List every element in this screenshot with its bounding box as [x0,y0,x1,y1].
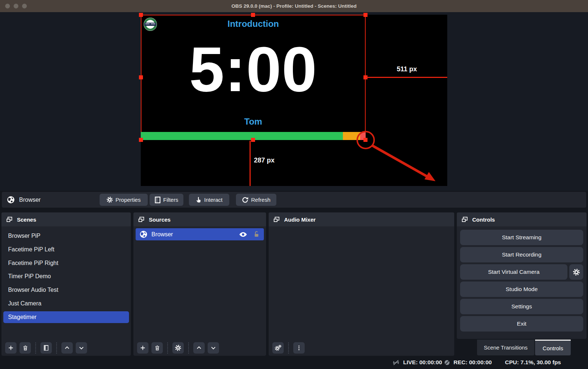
scene-list: Browser PiP Facetime PiP Left Facetime P… [1,226,131,323]
add-source-button[interactable] [137,342,148,354]
scene-item[interactable]: Timer PiP Demo [1,270,131,283]
controls-buttons: Start Streaming Start Recording Start Vi… [457,226,587,335]
source-name: Browser [151,231,173,238]
trash-icon [22,345,28,351]
resize-handle-bottom-center[interactable] [251,138,255,142]
resize-handle-top-left[interactable] [139,13,143,17]
interact-button[interactable]: Interact [189,194,229,206]
filters-button[interactable]: Filters [150,194,183,206]
toolbar-separator [288,343,289,354]
source-row-browser[interactable]: Browser [136,228,264,240]
dock-windows-icon [6,216,13,223]
width-dimension-label: 511 px [370,65,444,73]
tab-scene-transitions[interactable]: Scene Transitions [477,340,534,355]
move-scene-up-button[interactable] [61,342,73,354]
stream-inactive-icon [392,359,400,366]
height-dimension-label: 287 px [254,157,275,164]
sources-dock-header[interactable]: Sources [133,212,266,226]
resize-handle-top-right[interactable] [363,13,368,17]
unlock-icon[interactable] [253,231,260,238]
chevron-down-icon [210,345,216,351]
scenes-dock-header[interactable]: Scenes [1,212,131,226]
timer-speaker-name: Tom [141,117,366,127]
scene-item[interactable]: Browser PiP [1,229,131,243]
minimize-window-button[interactable] [14,4,18,8]
preview-area: Introduction 5:00 Tom 511 px 287 px [0,12,588,191]
refresh-button[interactable]: Refresh [236,194,276,206]
settings-button[interactable]: Settings [460,299,583,314]
gear-icon [107,197,113,203]
studio-mode-button[interactable]: Studio Mode [460,282,583,297]
start-recording-button[interactable]: Start Recording [460,247,583,262]
exit-button[interactable]: Exit [460,316,583,332]
cpu-fps-status: CPU: 7.1%, 30.00 fps [505,356,561,369]
move-source-down-button[interactable] [208,342,219,354]
audio-mixer-dock-header[interactable]: Audio Mixer [269,212,454,226]
mixer-menu-button[interactable] [293,342,305,354]
timer-countdown: 5:00 [141,37,366,101]
drag-direction-arrow [361,136,442,187]
start-virtual-camera-button[interactable]: Start Virtual Camera [460,264,567,280]
virtual-camera-settings-button[interactable] [569,264,583,280]
remove-scene-button[interactable] [19,342,31,354]
timer-session-title: Introduction [141,19,366,29]
scene-item[interactable]: Facetime PiP Right [1,257,131,270]
scene-item-selected[interactable]: Stagetimer [3,311,129,323]
resize-handle-top-center[interactable] [251,13,255,17]
dock-area: Scenes Browser PiP Facetime PiP Left Fac… [0,212,588,356]
filter-icon [155,197,161,203]
move-scene-down-button[interactable] [76,342,87,354]
zoom-window-button[interactable] [22,4,27,8]
sources-dock: Sources Browser [133,212,266,356]
visibility-eye-icon[interactable] [239,232,247,237]
scene-item[interactable]: Facetime PiP Left [1,243,131,257]
source-toolbar-bar: Browser Properties Filters Interact [2,192,586,208]
plus-icon [140,345,146,351]
scenes-dock: Scenes Browser PiP Facetime PiP Left Fac… [1,212,131,356]
progress-segment-green [141,132,343,140]
resize-handle-bottom-left[interactable] [139,138,143,142]
toolbar-separator [56,343,57,354]
plus-icon [8,345,14,351]
preview-canvas[interactable]: Introduction 5:00 Tom 511 px 287 px [141,15,447,186]
controls-dock: Controls Start Streaming Start Recording… [457,212,587,339]
close-window-button[interactable] [5,4,10,8]
scene-item[interactable]: Just Camera [1,297,131,311]
interact-hand-icon [196,197,201,203]
properties-button[interactable]: Properties [100,194,148,206]
mixer-settings-button[interactable] [272,342,284,354]
scene-item[interactable]: Browser Audio Test [1,283,131,297]
globe-icon [140,230,147,238]
scene-filters-button[interactable] [40,342,52,354]
start-streaming-button[interactable]: Start Streaming [460,230,583,245]
filter-icon [43,345,49,351]
kebab-menu-icon [296,345,302,351]
move-source-up-button[interactable] [193,342,205,354]
toolbar-separator [35,343,36,354]
height-dimension-line [250,141,251,186]
status-bar: LIVE: 00:00:00 REC: 00:00:00 CPU: 7.1%, … [0,356,588,369]
dock-windows-icon [461,216,468,223]
width-dimension-line [366,77,447,78]
tab-controls[interactable]: Controls [535,340,571,355]
dock-windows-icon [273,216,280,223]
remove-source-button[interactable] [151,342,163,354]
live-status: LIVE: 00:00:00 [392,356,442,369]
dock-windows-icon [138,216,145,223]
active-source-label: Browser [7,192,41,208]
source-properties-button[interactable] [172,342,184,354]
trash-icon [154,345,160,351]
chevron-down-icon [78,345,85,351]
refresh-icon [242,197,248,203]
chevron-up-icon [196,345,202,351]
source-toolbar: Browser Properties Filters Interact [0,191,588,209]
gear-icon [175,345,181,351]
add-scene-button[interactable] [5,342,17,354]
audio-mixer-dock: Audio Mixer [269,212,454,356]
resize-handle-middle-left[interactable] [139,75,143,79]
dock-tab-bar: Scene Transitions Controls [477,340,571,355]
controls-dock-header[interactable]: Controls [457,212,587,226]
rec-status: REC: 00:00:00 [444,356,492,369]
audio-mixer-toolbar [272,342,305,354]
gear-icon [573,269,580,276]
